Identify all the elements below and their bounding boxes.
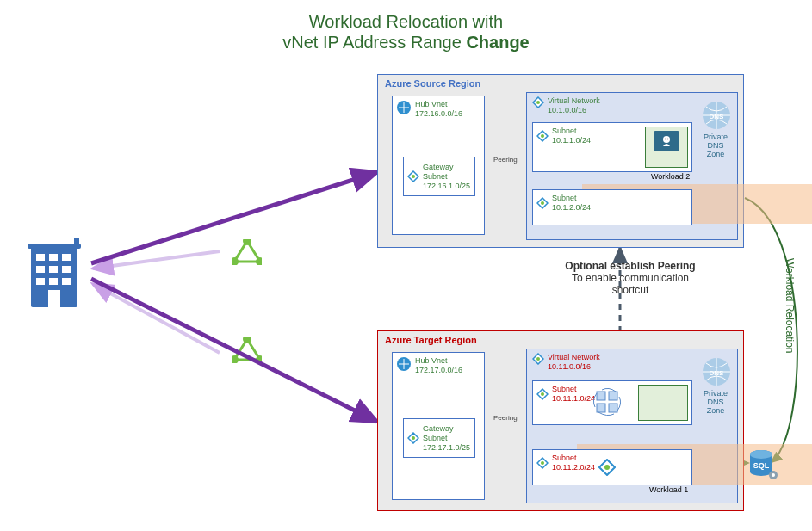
svg-point-59 — [750, 450, 772, 459]
peering-icon — [532, 96, 544, 108]
svg-rect-50 — [597, 392, 605, 400]
peering-icon — [407, 432, 419, 444]
sql-database-icon: SQL — [746, 448, 780, 482]
target-subnet2-name: Subnet — [552, 454, 595, 463]
private-endpoint-icon — [598, 459, 616, 476]
target-gateway-name: Gateway Subnet — [423, 424, 471, 443]
svg-line-19 — [93, 251, 220, 269]
peering-icon — [407, 170, 419, 182]
svg-line-20 — [93, 284, 220, 353]
svg-text:DNS: DNS — [710, 113, 725, 120]
target-peering-label: Peering — [493, 414, 518, 422]
target-vnet-name: Virtual Network — [548, 353, 600, 362]
source-vnet-cidr: 10.1.0.0/16 — [548, 106, 600, 115]
diagram-stage: Workload Relocation with vNet IP Address… — [0, 0, 812, 531]
target-dns-label: Private DNS Zone — [697, 389, 734, 415]
svg-rect-52 — [597, 404, 605, 412]
svg-point-57 — [604, 465, 610, 470]
source-hub-vnet: Hub Vnet172.16.0.0/16 Gateway Subnet172.… — [392, 96, 485, 235]
target-region-title: Azure Target Region — [385, 335, 477, 345]
target-virtual-network: Virtual Network10.11.0.0/16 DNS Private … — [526, 349, 738, 503]
svg-line-21 — [91, 172, 377, 263]
svg-point-35 — [541, 134, 544, 138]
source-hub-name: Hub Vnet — [415, 100, 462, 109]
source-gateway-name: Gateway Subnet — [423, 163, 471, 182]
source-virtual-network: Virtual Network10.1.0.0/16 DNS Private D… — [526, 92, 738, 240]
target-vnet-cidr: 10.11.0.0/16 — [548, 362, 600, 372]
target-subnet-2: Subnet10.11.2.0/24 — [532, 449, 692, 485]
svg-point-31 — [536, 101, 540, 104]
svg-rect-51 — [609, 392, 617, 400]
source-peering-label: Peering — [493, 156, 518, 164]
source-subnet-2: Subnet10.1.2.0/24 — [532, 189, 692, 225]
source-vnet-name: Virtual Network — [548, 96, 600, 106]
svg-point-37 — [665, 139, 666, 140]
azure-source-region: Azure Source Region Hub Vnet172.16.0.0/1… — [377, 74, 744, 248]
target-subnet1-cidr: 10.11.1.0/24 — [552, 394, 595, 404]
source-subnet1-cidr: 10.1.1.0/24 — [552, 136, 591, 145]
svg-point-49 — [541, 392, 544, 396]
dns-zone-icon: DNS — [701, 356, 732, 387]
svg-rect-53 — [609, 404, 617, 412]
azure-target-region: Azure Target Region Hub Vnet172.17.0.0/1… — [377, 330, 744, 511]
target-workload1-label: Workload 1 — [649, 485, 688, 494]
source-subnet-1: Subnet10.1.1.0/24 — [532, 122, 692, 172]
svg-point-36 — [663, 136, 670, 143]
target-resource-tile — [638, 385, 688, 421]
source-subnet1-name: Subnet — [552, 127, 591, 136]
peering-icon — [536, 388, 549, 400]
vnet-icon — [396, 100, 412, 115]
svg-point-43 — [412, 436, 415, 440]
linux-vm-icon — [654, 131, 679, 151]
workload-2-tile — [645, 127, 688, 168]
svg-point-38 — [667, 139, 669, 140]
target-subnet1-name: Subnet — [552, 385, 595, 394]
svg-point-40 — [541, 201, 544, 205]
peering-icon — [536, 457, 549, 469]
optional-peering-line2: shortcut — [544, 284, 716, 296]
peering-icon — [536, 130, 549, 142]
target-hub-cidr: 172.17.0.0/16 — [415, 366, 462, 375]
svg-point-55 — [541, 461, 544, 465]
optional-peering-text: Optional establish Peering To enable com… — [544, 260, 716, 296]
peering-icon — [536, 197, 549, 209]
target-subnet-1: Subnet10.11.1.0/24 — [532, 380, 692, 425]
source-subnet2-name: Subnet — [552, 194, 591, 203]
svg-text:DNS: DNS — [710, 369, 725, 377]
source-subnet2-cidr: 10.1.2.0/24 — [552, 203, 591, 213]
target-subnet2-cidr: 10.11.2.0/24 — [552, 463, 595, 472]
workload-relocation-label: Workload Relocation — [784, 258, 796, 354]
svg-text:SQL: SQL — [753, 461, 770, 470]
vnet-icon — [396, 356, 412, 372]
source-region-title: Azure Source Region — [385, 78, 480, 89]
optional-peering-bold: Optional establish Peering — [544, 260, 716, 272]
peering-icon — [532, 353, 544, 365]
resource-group-icon — [593, 388, 623, 417]
source-workload2-label: Workload 2 — [651, 172, 690, 181]
svg-point-45 — [536, 357, 540, 361]
target-gateway-subnet: Gateway Subnet172.17.1.0/25 — [403, 418, 475, 458]
source-gateway-cidr: 172.16.1.0/25 — [423, 182, 471, 191]
target-hub-vnet: Hub Vnet172.17.0.0/16 Gateway Subnet172.… — [392, 352, 485, 500]
target-gateway-cidr: 172.17.1.0/25 — [423, 443, 471, 453]
dns-zone-icon: DNS — [701, 100, 732, 131]
source-gateway-subnet: Gateway Subnet172.16.1.0/25 — [403, 157, 475, 196]
svg-point-62 — [772, 473, 775, 477]
source-hub-cidr: 172.16.0.0/16 — [415, 109, 462, 119]
optional-peering-line1: To enable communication — [544, 272, 716, 284]
source-dns-label: Private DNS Zone — [697, 133, 734, 158]
svg-line-22 — [91, 279, 377, 422]
target-hub-name: Hub Vnet — [415, 356, 462, 366]
svg-point-29 — [412, 175, 415, 178]
